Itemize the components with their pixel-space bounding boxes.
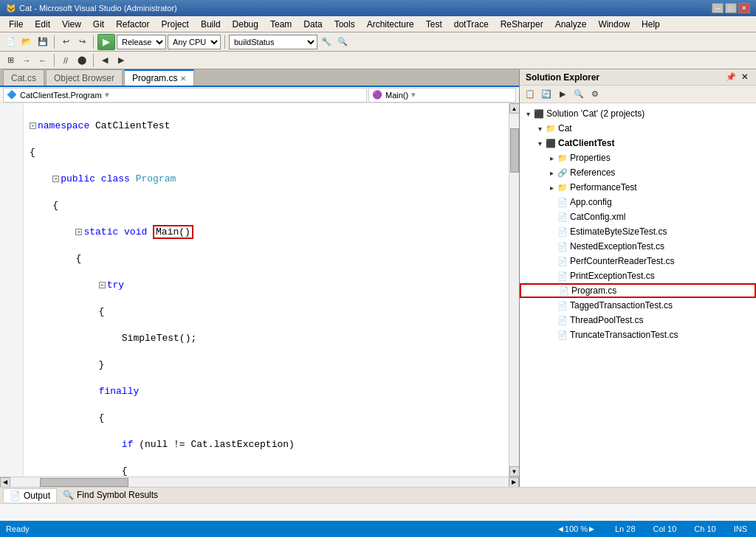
tree-item[interactable]: 📄PrintExceptionTest.cs [520,268,756,283]
code-content[interactable]: -namespace CatClientTest { -public class… [24,103,509,477]
tab-cat-cs[interactable]: Cat.cs [3,69,44,86]
menu-item-git[interactable]: Git [87,16,110,32]
close-button[interactable]: ✕ [738,3,750,13]
run-button[interactable]: ▶ [97,34,115,50]
se-tool-5[interactable]: ⚙ [588,87,602,102]
scroll-thumb[interactable] [510,128,519,173]
toolbar-extra-1[interactable]: 🔧 [319,35,334,49]
tree-arrow-icon[interactable] [546,197,557,207]
tree-arrow-icon[interactable]: ▾ [523,108,533,119]
tree-arrow-icon[interactable] [546,212,557,222]
menu-item-test[interactable]: Test [420,16,448,32]
breakpoint-btn[interactable]: ⬤ [75,53,89,68]
open-btn[interactable]: 📂 [19,35,34,49]
scroll-left-btn[interactable]: ◀ [0,477,10,488]
se-tool-4[interactable]: 🔍 [571,87,586,102]
zoom-arrow-left[interactable]: ◀ [558,525,563,533]
menu-item-analyze[interactable]: Analyze [549,16,593,32]
tree-arrow-icon[interactable]: ▸ [546,167,557,178]
tree-item[interactable]: 📄NestedExceptionTest.cs [520,239,756,254]
tree-arrow-icon[interactable] [548,285,558,296]
se-tool-2[interactable]: 🔄 [539,87,554,102]
maximize-button[interactable]: □ [725,3,737,13]
tab-close-icon[interactable]: ✕ [180,75,186,83]
collapse-btn[interactable]: - [30,122,36,129]
tree-item[interactable]: 📄TruncateTransactionTest.cs [520,328,756,342]
collapse-btn[interactable]: - [75,229,82,235]
menu-item-window[interactable]: Window [592,16,636,32]
tree-arrow-icon[interactable] [546,330,557,340]
tree-item[interactable]: ▾⬛Solution 'Cat' (2 projects) [520,106,756,121]
tree-arrow-icon[interactable]: ▾ [535,123,545,134]
se-close-btn[interactable]: ✕ [738,72,750,83]
tree-arrow-icon[interactable] [546,241,557,252]
build-status-dropdown[interactable]: buildStatus [229,35,317,49]
se-tool-1[interactable]: 📋 [523,87,537,102]
tree-arrow-icon[interactable] [546,300,557,311]
menu-item-refactor[interactable]: Refactor [110,16,155,32]
tree-item[interactable]: 📄CatConfig.xml [520,209,756,224]
tree-item[interactable]: ▾📁Cat [520,121,756,136]
tree-item[interactable]: 📄TaggedTransactionTest.cs [520,298,756,313]
minimize-button[interactable]: ─ [712,3,724,13]
hscroll-track[interactable] [10,477,509,488]
tab-program-cs[interactable]: Program.cs ✕ [124,69,194,86]
editor-vscrollbar[interactable]: ▲ ▼ [509,103,519,477]
menu-item-dottrace[interactable]: dotTrace [448,16,495,32]
scroll-down-btn[interactable]: ▼ [509,466,520,477]
menu-item-view[interactable]: View [56,16,87,32]
tree-item[interactable]: 📄EstimateByteSizeTest.cs [520,224,756,239]
redo-btn[interactable]: ↪ [75,35,89,49]
tree-item[interactable]: ▸📁Properties [520,150,756,165]
tree-item[interactable]: 📄ThreadPoolTest.cs [520,313,756,328]
scroll-up-btn[interactable]: ▲ [509,103,520,114]
code-editor[interactable]: -namespace CatClientTest { -public class… [0,103,509,477]
tree-arrow-icon[interactable]: ▸ [546,153,557,163]
outdent-btn[interactable]: ← [35,53,50,68]
build-config-dropdown[interactable]: Release [117,35,166,49]
menu-item-team[interactable]: Team [264,16,298,32]
nav-back-btn[interactable]: ◀ [97,53,112,68]
tab-object-browser[interactable]: Object Browser [46,69,123,86]
se-tool-3[interactable]: ▶ [555,87,570,102]
new-project-btn[interactable]: 📄 [3,35,18,49]
editor-hscrollbar[interactable]: ◀ ▶ [0,477,519,487]
menu-item-data[interactable]: Data [298,16,328,32]
menu-item-project[interactable]: Project [156,16,195,32]
tree-arrow-icon[interactable] [546,315,557,325]
scroll-right-btn[interactable]: ▶ [509,477,519,488]
menu-item-debug[interactable]: Debug [227,16,264,32]
output-tab[interactable]: 📄 Output [3,488,57,502]
toolbar-extra-2[interactable]: 🔍 [335,35,350,49]
se-pin-btn[interactable]: 📌 [725,72,737,83]
zoom-arrow-right[interactable]: ▶ [589,525,594,533]
save-btn[interactable]: 💾 [35,35,50,49]
collapse-btn[interactable]: - [52,176,59,182]
tree-item[interactable]: 📄PerfCounterReaderTest.cs [520,254,756,268]
breadcrumb-left[interactable]: 🔷 CatClientTest.Program ▾ [3,88,367,103]
tree-item[interactable]: ▸📁PerformanceTest [520,180,756,195]
platform-dropdown[interactable]: Any CPU [168,35,221,49]
menu-item-help[interactable]: Help [636,16,666,32]
tree-arrow-icon[interactable] [546,271,557,281]
tree-item[interactable]: 📄App.config [520,195,756,209]
indent-btn[interactable]: → [19,53,34,68]
zoom-control[interactable]: ◀ 100 % ▶ [558,524,594,533]
hscroll-thumb[interactable] [40,478,128,487]
nav-fwd-btn[interactable]: ▶ [114,53,128,68]
tree-item[interactable]: ▾⬛CatClientTest [520,136,756,150]
tree-item[interactable]: ▸🔗References [520,165,756,180]
menu-item-build[interactable]: Build [195,16,227,32]
tree-arrow-icon[interactable]: ▾ [535,138,545,148]
undo-btn[interactable]: ↩ [58,35,73,49]
breadcrumb-right[interactable]: 🟣 Main() ▾ [368,88,516,103]
menu-item-edit[interactable]: Edit [29,16,56,32]
format-btn[interactable]: ⊞ [3,53,18,68]
menu-item-tools[interactable]: Tools [329,16,361,32]
tree-arrow-icon[interactable] [546,226,557,237]
tree-arrow-icon[interactable] [546,256,557,266]
menu-item-file[interactable]: File [3,16,29,32]
collapse-btn[interactable]: - [99,282,106,288]
tree-item[interactable]: 📄Program.cs [520,283,756,298]
menu-item-architecture[interactable]: Architecture [361,16,420,32]
